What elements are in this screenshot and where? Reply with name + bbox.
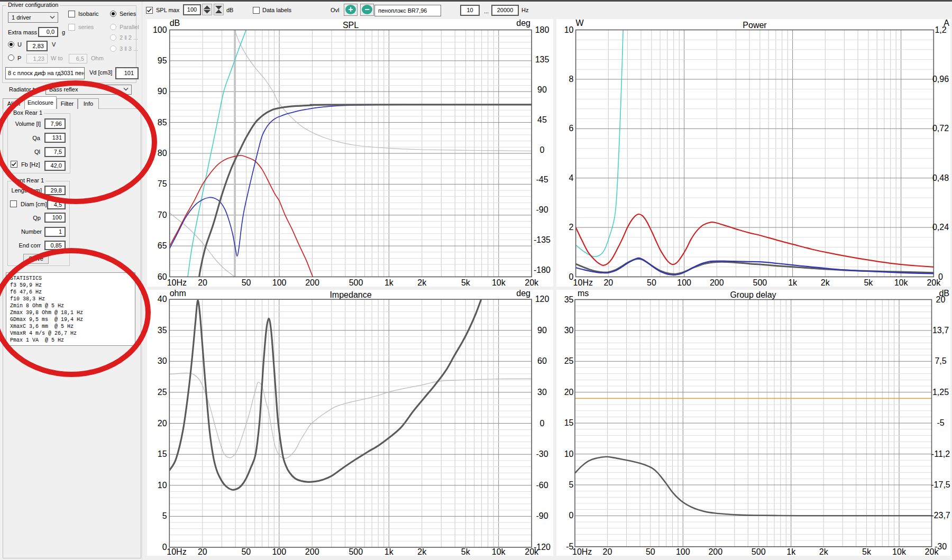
svg-text:100: 100 (676, 547, 690, 556)
svg-text:10: 10 (564, 449, 574, 458)
svg-text:0: 0 (938, 272, 943, 281)
svg-text:0,72: 0,72 (932, 124, 949, 133)
svg-text:-30: -30 (536, 449, 548, 458)
svg-text:0: 0 (162, 543, 167, 552)
svg-text:35: 35 (564, 295, 574, 304)
svg-text:0: 0 (569, 511, 574, 520)
svg-text:-5: -5 (566, 542, 573, 551)
svg-text:10k: 10k (894, 278, 909, 287)
svg-text:0,24: 0,24 (932, 223, 949, 232)
svg-text:30: 30 (158, 356, 167, 365)
svg-text:60: 60 (158, 272, 167, 281)
svg-text:20: 20 (198, 278, 207, 287)
svg-text:80: 80 (158, 149, 167, 158)
svg-text:10k: 10k (492, 547, 506, 556)
svg-text:95: 95 (158, 56, 167, 65)
svg-text:-11,2: -11,2 (931, 449, 950, 458)
svg-text:200: 200 (710, 278, 724, 287)
svg-text:15: 15 (158, 449, 167, 458)
svg-text:20: 20 (198, 547, 207, 556)
svg-text:100: 100 (272, 547, 286, 556)
svg-text:-5: -5 (937, 418, 944, 427)
svg-text:10: 10 (564, 25, 574, 34)
svg-text:60: 60 (537, 356, 547, 365)
svg-text:135: 135 (535, 55, 550, 64)
svg-text:deg: deg (516, 19, 530, 27)
svg-text:50: 50 (242, 278, 251, 287)
svg-text:5k: 5k (862, 547, 872, 556)
svg-text:-60: -60 (536, 481, 548, 490)
svg-text:deg: deg (516, 289, 530, 298)
svg-text:180: 180 (535, 25, 550, 34)
svg-text:-135: -135 (534, 235, 551, 244)
svg-text:30: 30 (564, 326, 574, 335)
svg-text:500: 500 (349, 278, 363, 287)
svg-text:-45: -45 (536, 175, 548, 184)
svg-text:100: 100 (272, 278, 287, 287)
svg-text:-90: -90 (536, 511, 548, 520)
svg-text:-17,5: -17,5 (931, 480, 950, 489)
svg-text:0,48: 0,48 (932, 173, 949, 182)
svg-text:2k: 2k (417, 278, 427, 287)
svg-text:2k: 2k (821, 278, 830, 287)
svg-text:75: 75 (158, 179, 167, 188)
svg-text:5k: 5k (461, 547, 471, 556)
svg-text:1,25: 1,25 (932, 388, 949, 397)
svg-text:10k: 10k (892, 547, 907, 556)
svg-text:30: 30 (537, 388, 547, 397)
svg-text:Impedance: Impedance (329, 290, 371, 299)
svg-text:SPL: SPL (343, 21, 359, 30)
svg-text:200: 200 (305, 547, 319, 556)
svg-text:4: 4 (569, 173, 574, 182)
svg-text:50: 50 (646, 547, 655, 556)
svg-text:0: 0 (569, 272, 574, 281)
svg-text:10Hz: 10Hz (167, 547, 186, 556)
svg-text:6: 6 (569, 124, 574, 133)
svg-text:7,5: 7,5 (935, 356, 946, 365)
svg-text:-90: -90 (536, 205, 548, 214)
svg-text:90: 90 (537, 85, 547, 94)
svg-text:W: W (576, 19, 584, 27)
svg-text:-120: -120 (534, 543, 551, 552)
svg-text:20: 20 (603, 547, 612, 556)
svg-text:70: 70 (158, 210, 167, 219)
svg-text:65: 65 (158, 241, 167, 250)
svg-text:10Hz: 10Hz (572, 547, 592, 556)
svg-text:25: 25 (158, 388, 167, 397)
svg-text:2k: 2k (417, 547, 427, 556)
svg-text:10Hz: 10Hz (167, 278, 187, 287)
svg-text:200: 200 (305, 278, 319, 287)
svg-text:120: 120 (535, 295, 550, 304)
svg-text:0: 0 (540, 419, 545, 428)
svg-text:10: 10 (158, 481, 167, 490)
svg-text:90: 90 (158, 87, 167, 96)
svg-text:20: 20 (603, 278, 613, 287)
svg-text:Group delay: Group delay (730, 290, 776, 299)
svg-text:50: 50 (647, 278, 656, 287)
svg-text:50: 50 (241, 547, 251, 556)
svg-text:45: 45 (537, 115, 547, 124)
svg-text:-30: -30 (935, 542, 947, 551)
svg-text:5k: 5k (864, 278, 873, 287)
svg-text:13,7: 13,7 (932, 326, 949, 335)
svg-text:1k: 1k (788, 278, 798, 287)
svg-text:500: 500 (752, 547, 766, 556)
svg-text:500: 500 (349, 547, 363, 556)
svg-text:20k: 20k (525, 278, 539, 287)
svg-text:20: 20 (158, 419, 167, 428)
svg-text:500: 500 (753, 278, 767, 287)
svg-text:2: 2 (569, 223, 574, 232)
svg-text:100: 100 (677, 278, 691, 287)
svg-text:-23,7: -23,7 (931, 511, 950, 520)
svg-text:1k: 1k (385, 278, 394, 287)
svg-text:0,96: 0,96 (932, 75, 949, 84)
svg-text:dB: dB (939, 289, 949, 298)
svg-text:85: 85 (158, 118, 167, 127)
svg-text:dB: dB (170, 19, 180, 27)
svg-text:15: 15 (564, 418, 574, 427)
svg-text:ohm: ohm (170, 289, 186, 298)
svg-text:-180: -180 (534, 265, 551, 274)
svg-text:10k: 10k (492, 278, 506, 287)
svg-text:35: 35 (158, 326, 167, 335)
svg-text:ms: ms (578, 289, 589, 298)
